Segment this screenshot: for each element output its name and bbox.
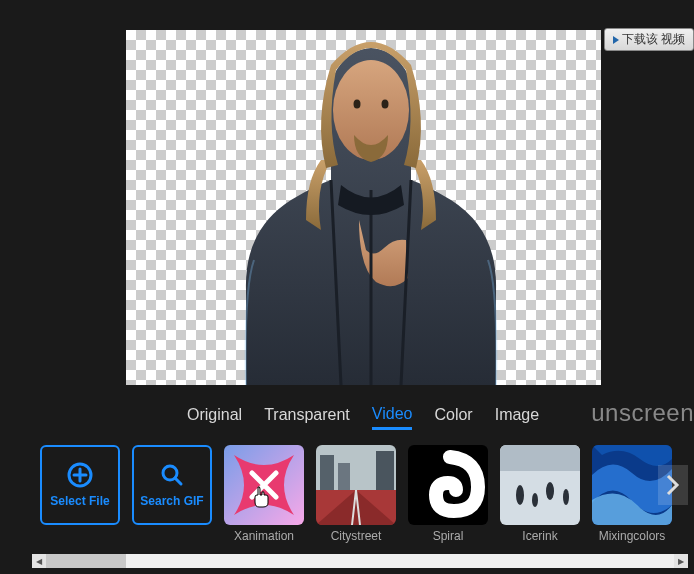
svg-point-16 xyxy=(532,493,538,507)
subject-silhouette xyxy=(126,30,601,385)
thumbnail-xanimation[interactable]: Xanimation xyxy=(224,445,304,553)
svg-rect-10 xyxy=(338,463,350,490)
icerink-icon xyxy=(500,445,580,525)
svg-point-1 xyxy=(353,100,360,109)
play-icon xyxy=(613,36,619,44)
select-file-label: Select File xyxy=(50,494,109,508)
tab-video[interactable]: Video xyxy=(372,405,413,430)
scroll-right-button[interactable] xyxy=(658,465,688,505)
thumbnail-label: Spiral xyxy=(433,529,464,543)
chevron-right-icon xyxy=(665,473,681,497)
thumbnail-icerink[interactable]: Icerink xyxy=(500,445,580,553)
scrollbar-track[interactable] xyxy=(46,554,674,568)
horizontal-scrollbar[interactable]: ◀ ▶ xyxy=(32,554,688,568)
thumbnail-spiral[interactable]: Spiral xyxy=(408,445,488,553)
spiral-icon xyxy=(408,445,488,525)
thumbnail-label: Mixingcolors xyxy=(599,529,666,543)
thumbnail-label: Xanimation xyxy=(234,529,294,543)
svg-rect-12 xyxy=(500,445,580,471)
brand-label: unscreen xyxy=(591,399,694,427)
thumbnail-citystreet[interactable]: Citystreet xyxy=(316,445,396,553)
svg-rect-9 xyxy=(376,451,394,490)
svg-point-2 xyxy=(381,100,388,109)
select-file-button[interactable]: Select File xyxy=(40,445,120,525)
svg-point-13 xyxy=(516,485,524,505)
download-video-badge[interactable]: 下载该 视频 xyxy=(604,28,694,51)
svg-point-14 xyxy=(546,482,554,500)
background-tabs: Original Transparent Video Color Image u… xyxy=(32,403,694,431)
tab-original[interactable]: Original xyxy=(187,406,242,428)
preview-canvas xyxy=(126,30,601,385)
search-icon xyxy=(159,462,185,488)
scrollbar-thumb[interactable] xyxy=(46,554,126,568)
search-gif-label: Search GIF xyxy=(140,494,203,508)
cursor-hand-icon xyxy=(252,485,272,509)
download-video-label: 下载该 视频 xyxy=(622,31,685,48)
tab-image[interactable]: Image xyxy=(495,406,539,428)
plus-circle-icon xyxy=(67,462,93,488)
thumbnail-label: Icerink xyxy=(522,529,557,543)
tab-transparent[interactable]: Transparent xyxy=(264,406,350,428)
citystreet-icon xyxy=(316,445,396,525)
scrollbar-right-button[interactable]: ▶ xyxy=(674,554,688,568)
search-gif-button[interactable]: Search GIF xyxy=(132,445,212,525)
svg-rect-8 xyxy=(320,455,334,490)
scrollbar-left-button[interactable]: ◀ xyxy=(32,554,46,568)
svg-point-15 xyxy=(563,489,569,505)
thumbnail-label: Citystreet xyxy=(331,529,382,543)
tab-color[interactable]: Color xyxy=(434,406,472,428)
